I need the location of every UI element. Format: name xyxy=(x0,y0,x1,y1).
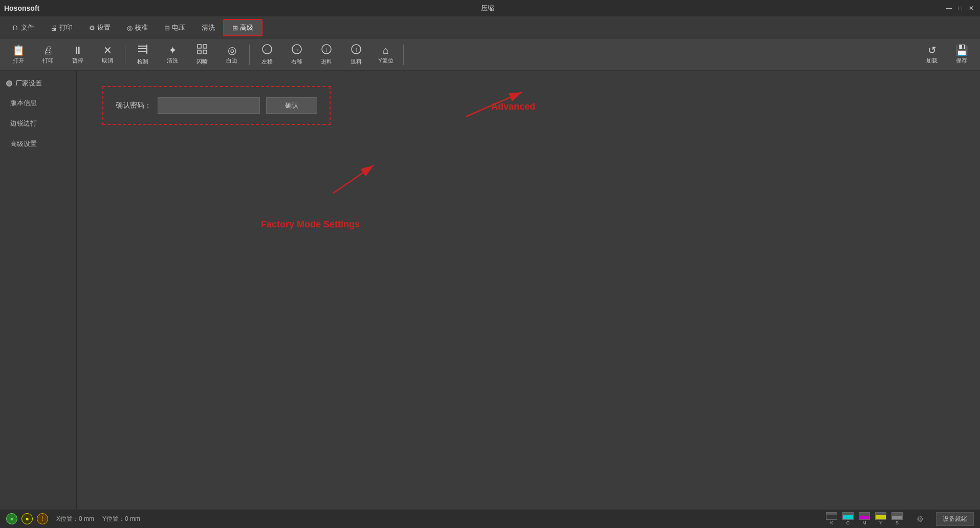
ink-c-label: C xyxy=(846,520,850,525)
ink-k-label: K xyxy=(830,520,833,525)
print-toolbar-icon: 🖨 xyxy=(43,45,53,55)
statusbar: ● ● ! X位置：0 mm Y位置：0 mm K C M xyxy=(0,510,980,528)
moveleft-icon: ← xyxy=(262,44,273,56)
yhome-icon: ⌂ xyxy=(383,45,389,55)
toolbar-feed[interactable]: ↓ 进料 xyxy=(312,41,341,69)
main-layout: 厂家设置 版本信息 边锐边打 高级设置 确认密码： 确认 xyxy=(0,71,980,510)
confirm-button[interactable]: 确认 xyxy=(266,97,317,114)
sidebar-item-advanced[interactable]: 高级设置 xyxy=(2,134,74,154)
retract-icon: ↑ xyxy=(351,44,362,56)
voltage-icon: ⊟ xyxy=(164,24,170,32)
factory-settings-box: 确认密码： 确认 xyxy=(102,86,331,125)
svg-text:←: ← xyxy=(264,46,270,53)
svg-text:→: → xyxy=(294,46,300,53)
toolbar-save[interactable]: 💾 保存 xyxy=(947,41,976,69)
window-controls: — □ ✕ xyxy=(944,4,976,13)
svg-line-17 xyxy=(466,92,522,117)
svg-line-18 xyxy=(333,165,374,194)
svg-rect-2 xyxy=(138,51,147,52)
toolbar-pause[interactable]: ⏸ 暂停 xyxy=(63,41,92,69)
minimize-button[interactable]: — xyxy=(944,4,953,13)
ink-k: K xyxy=(824,512,839,525)
toolbar-whiteedge[interactable]: ◎ 白边 xyxy=(217,41,246,69)
sidebar-item-sharpedge[interactable]: 边锐边打 xyxy=(2,114,74,133)
toolbar-load[interactable]: ↺ 加载 xyxy=(918,41,946,69)
menu-calibrate[interactable]: ◎ 校准 xyxy=(119,20,156,35)
svg-rect-3 xyxy=(146,45,147,54)
status-icon-yellow[interactable]: ● xyxy=(21,513,33,524)
menu-print[interactable]: 🖨 打印 xyxy=(42,20,81,35)
toolbar-divider-2 xyxy=(249,45,250,65)
save-icon: 💾 xyxy=(955,45,968,55)
status-icons: ● ● ! xyxy=(6,513,48,524)
ink-m: M xyxy=(857,512,872,525)
status-icon-orange[interactable]: ! xyxy=(37,513,48,524)
ink-c: C xyxy=(841,512,855,525)
compress-label: 压缩 xyxy=(481,4,494,13)
annotation-advanced-label: Advanced xyxy=(491,101,535,112)
menu-advanced[interactable]: ⊞ 高级 xyxy=(223,19,263,36)
ink-y-fill xyxy=(876,515,886,519)
toolbar-moveright[interactable]: → 右移 xyxy=(282,41,311,69)
sidebar-dot-icon xyxy=(6,80,12,87)
svg-text:↓: ↓ xyxy=(325,46,328,53)
toolbar-divider-3 xyxy=(403,45,404,65)
toolbar-yhome[interactable]: ⌂ Y复位 xyxy=(372,41,400,69)
ink-s-label: S xyxy=(896,520,899,525)
status-icon-green[interactable]: ● xyxy=(6,513,17,524)
svg-rect-5 xyxy=(203,45,207,48)
ink-s-fill xyxy=(892,516,902,520)
restore-button[interactable]: □ xyxy=(955,4,965,13)
toolbar-open[interactable]: 📋 打开 xyxy=(4,41,33,69)
ink-m-label: M xyxy=(862,520,866,525)
toolbar-retract[interactable]: ↑ 退料 xyxy=(342,41,371,69)
ink-m-bar xyxy=(859,512,870,520)
calibrate-icon: ◎ xyxy=(127,24,133,32)
password-input[interactable] xyxy=(158,97,260,114)
svg-rect-0 xyxy=(138,46,147,47)
menu-clean[interactable]: 清洗 xyxy=(193,20,223,35)
ink-c-bar xyxy=(842,512,854,520)
menubar: 🗋 文件 🖨 打印 ⚙ 设置 ◎ 校准 ⊟ 电压 清洗 ⊞ 高级 xyxy=(0,16,980,39)
toolbar-clean[interactable]: ✦ 清洗 xyxy=(158,41,187,69)
load-icon: ↺ xyxy=(928,45,937,55)
annotation-overlay xyxy=(77,71,980,510)
toolbar-flash[interactable]: 闪喷 xyxy=(188,41,216,69)
close-button[interactable]: ✕ xyxy=(967,4,976,13)
menu-voltage[interactable]: ⊟ 电压 xyxy=(156,20,193,35)
clean-icon: ✦ xyxy=(168,45,177,55)
cancel-icon: ✕ xyxy=(103,45,112,55)
ink-m-fill xyxy=(859,516,869,519)
toolbar-detect[interactable]: 检测 xyxy=(128,41,157,69)
svg-text:↑: ↑ xyxy=(355,46,358,53)
titlebar: Hosonsoft 压缩 — □ ✕ xyxy=(0,0,980,16)
ink-indicators: K C M Y S xyxy=(824,512,904,525)
menu-file[interactable]: 🗋 文件 xyxy=(4,20,42,35)
ink-y-bar xyxy=(875,512,886,520)
toolbar-moveleft[interactable]: ← 左移 xyxy=(253,41,281,69)
svg-rect-6 xyxy=(198,50,201,54)
toolbar-print[interactable]: 🖨 打印 xyxy=(34,41,62,69)
menu-settings[interactable]: ⚙ 设置 xyxy=(81,20,119,35)
toolbar: 📋 打开 🖨 打印 ⏸ 暂停 ✕ 取消 检测 ✦ 清洗 闪喷 ◎ 白边 ← xyxy=(0,39,980,71)
toolbar-cancel[interactable]: ✕ 取消 xyxy=(93,41,122,69)
flash-icon xyxy=(197,44,208,56)
svg-rect-7 xyxy=(203,50,207,54)
settings-icon: ⚙ xyxy=(89,24,95,32)
x-position: X位置：0 mm xyxy=(56,515,94,523)
pause-icon: ⏸ xyxy=(73,45,83,55)
detect-icon xyxy=(137,44,148,56)
sidebar: 厂家设置 版本信息 边锐边打 高级设置 xyxy=(0,71,77,510)
y-position: Y位置：0 mm xyxy=(102,515,140,523)
svg-rect-4 xyxy=(198,45,201,48)
print-icon: 🖨 xyxy=(51,24,57,32)
annotation-factory-label: Factory Mode Settings xyxy=(261,219,360,230)
sidebar-item-version[interactable]: 版本信息 xyxy=(2,93,74,113)
ink-k-fill xyxy=(826,515,837,519)
advanced-icon: ⊞ xyxy=(232,24,238,32)
ink-y: Y xyxy=(874,512,888,525)
statusbar-gear-icon[interactable]: ⚙ xyxy=(917,514,924,524)
file-icon: 🗋 xyxy=(12,24,19,32)
toolbar-divider-1 xyxy=(125,45,125,65)
svg-rect-1 xyxy=(138,48,147,49)
